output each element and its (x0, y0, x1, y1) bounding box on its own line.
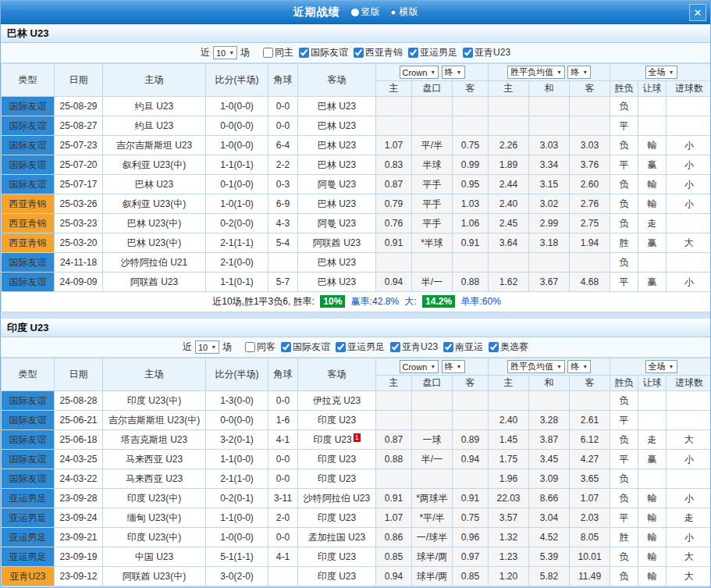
red-card-badge: 1 (354, 433, 361, 442)
handicap-odds-away: 0.94 (453, 450, 489, 469)
bookmaker-select[interactable]: Crown ▼ (400, 360, 439, 373)
bookmaker-select-value: Crown (403, 362, 428, 372)
filter-checkbox-国际友谊[interactable]: 国际友谊 (299, 46, 348, 59)
handicap: *半球 (412, 233, 453, 253)
checkbox-input[interactable] (281, 342, 291, 352)
match-date: 25-06-18 (55, 430, 103, 450)
avg-select[interactable]: 胜平负均值 ▼ (507, 360, 565, 373)
filter-checkbox-亚运男足[interactable]: 亚运男足 (336, 340, 385, 354)
checkbox-label: 亚青U23 (475, 46, 510, 59)
close-button[interactable]: ✕ (689, 4, 706, 21)
filter-checkbox-亚运男足[interactable]: 亚运男足 (408, 46, 457, 59)
handicap-result: 輸 (638, 136, 667, 155)
match-date: 25-08-27 (55, 116, 103, 136)
avg-odds-home: 2.44 (489, 175, 529, 194)
filter-checkbox-奥选赛[interactable]: 奥选赛 (489, 340, 528, 354)
match-date: 25-06-21 (55, 411, 103, 430)
checkbox-input[interactable] (263, 48, 273, 58)
handicap-odds-away: 0.99 (453, 155, 489, 175)
handicap: 球半/两 (412, 547, 453, 567)
scope-header: 全场 ▼ (610, 358, 711, 376)
result: 负 (610, 214, 638, 233)
scope-select[interactable]: 全场 ▼ (645, 66, 677, 79)
window-title: 近期战绩 (293, 5, 340, 20)
away-team: 巴林 U23 (298, 136, 376, 155)
checkbox-input[interactable] (489, 342, 499, 352)
goals-result: 小 (667, 194, 711, 214)
result: 平 (610, 116, 638, 136)
checkbox-input[interactable] (390, 342, 400, 352)
checkbox-input[interactable] (463, 48, 473, 58)
avg-select-value: 胜平负均值 (510, 66, 553, 78)
scope-select[interactable]: 全场 ▼ (645, 360, 677, 373)
handicap-result: 走 (638, 214, 667, 233)
checkbox-input[interactable] (336, 342, 346, 352)
avg-stage-select[interactable]: 终 ▼ (567, 66, 591, 79)
match-type: 西亚青锦 (2, 214, 55, 233)
avg-odds-home: 1.62 (489, 273, 529, 292)
handicap-odds-home: 0.88 (376, 450, 412, 469)
checkbox-input[interactable] (299, 48, 309, 58)
handicap: 半/一 (412, 450, 453, 469)
match-count-select[interactable]: 10 ▼ (213, 46, 237, 59)
corners: 2-2 (268, 155, 298, 175)
home-team: 沙特阿拉伯 U21 (103, 253, 206, 273)
radio-label: 竖版 (361, 5, 380, 19)
handicap: 平手 (412, 214, 453, 233)
avg-stage-select[interactable]: 终 ▼ (567, 360, 591, 373)
result: 胜 (610, 528, 638, 547)
odds-stage-select[interactable]: 终 ▼ (442, 360, 465, 373)
handicap-odds-home (376, 469, 412, 489)
handicap-result: 赢 (638, 233, 667, 253)
checkbox-input[interactable] (408, 48, 418, 58)
col-header-avg-away: 客 (570, 376, 610, 391)
team-name: 印度 U23 (7, 321, 48, 335)
match-row: 西亚青锦25-03-26叙利亚 U23(中)1-0(1-0)6-9巴林 U230… (2, 194, 711, 214)
big-rate-badge: 14.2% (422, 295, 455, 308)
bookmaker-select[interactable]: Crown ▼ (400, 66, 439, 79)
filter-checkbox-同主[interactable]: 同主 (263, 46, 293, 59)
radio-selected-icon (389, 9, 397, 16)
score: 1-0(0-0) (206, 97, 268, 116)
checkbox-input[interactable] (443, 342, 453, 352)
goals-result: 小 (667, 136, 711, 155)
match-type: 亚运男足 (2, 547, 55, 567)
checkbox-input[interactable] (245, 342, 255, 352)
handicap-odds-home: 0.87 (376, 430, 412, 450)
chevron-down-icon: ▼ (457, 364, 462, 369)
away-team: 孟加拉国 U23 (298, 528, 376, 547)
filter-checkbox-国际友谊[interactable]: 国际友谊 (281, 340, 330, 354)
radio-vertical-layout[interactable]: 竖版 (351, 5, 380, 19)
filter-checkbox-亚青U23[interactable]: 亚青U23 (390, 340, 438, 354)
checkbox-input[interactable] (354, 48, 364, 58)
radio-horizontal-layout[interactable]: 横版 (389, 5, 418, 19)
layout-radio-group: 竖版 横版 (351, 5, 418, 19)
col-header-handicap: 盘口 (412, 81, 453, 97)
score: 0-2(0-1) (206, 489, 268, 508)
home-team: 印度 U23(中) (103, 391, 206, 411)
big-label: 大: (404, 296, 416, 307)
bookmaker-select-value: Crown (403, 68, 428, 77)
match-date: 25-03-20 (55, 233, 103, 253)
filter-checkbox-南亚运[interactable]: 南亚运 (443, 340, 483, 354)
score: 2-1(1-0) (206, 469, 268, 489)
handicap (412, 391, 453, 411)
avg-select[interactable]: 胜平负均值 ▼ (507, 66, 565, 79)
handicap: 半/一 (412, 273, 453, 292)
match-count-select[interactable]: 10 ▼ (195, 340, 219, 354)
score: 1-0(0-0) (206, 136, 268, 155)
result: 负 (610, 489, 638, 508)
odds-stage-select[interactable]: 终 ▼ (442, 66, 465, 79)
filter-checkbox-西亚青锦[interactable]: 西亚青锦 (354, 46, 403, 59)
match-date: 23-09-12 (55, 567, 103, 586)
match-type: 国际友谊 (2, 155, 55, 175)
avg-odds-away: 2.76 (570, 194, 610, 214)
avg-odds-home: 3.57 (489, 508, 529, 528)
avg-odds-home: 1.96 (489, 469, 529, 489)
avg-odds-draw: 3.03 (529, 136, 570, 155)
home-team: 中国 U23 (103, 547, 206, 567)
filter-checkbox-同客[interactable]: 同客 (245, 340, 276, 354)
away-team: 阿曼 U23 (298, 175, 376, 194)
match-date: 23-09-19 (55, 547, 103, 567)
filter-checkbox-亚青U23[interactable]: 亚青U23 (463, 46, 510, 59)
